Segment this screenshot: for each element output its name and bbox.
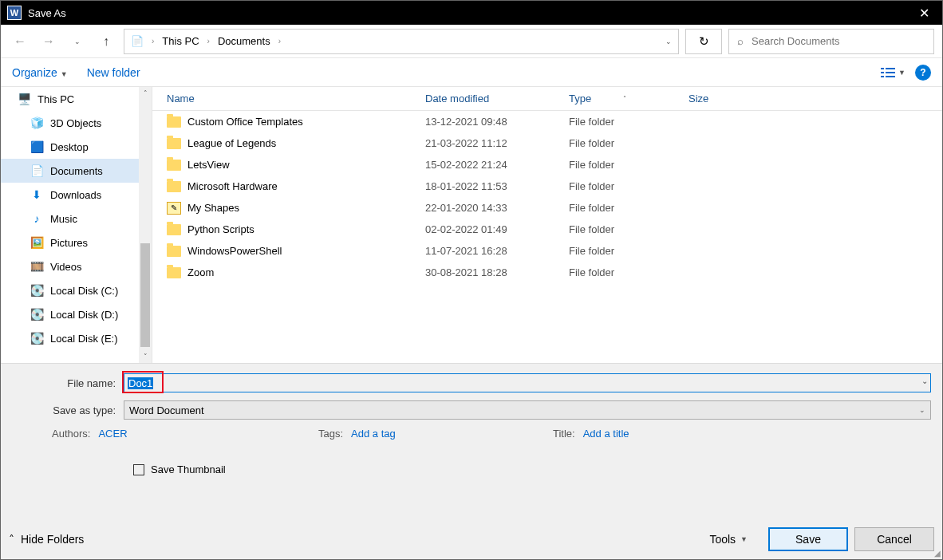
- address-dropdown-icon[interactable]: ⌄: [665, 37, 672, 45]
- disk-icon: 💽: [30, 307, 44, 321]
- sidebar-item-music[interactable]: ♪Music: [1, 207, 140, 231]
- tags-label: Tags:: [318, 428, 343, 440]
- file-type: File folder: [569, 202, 689, 214]
- up-button[interactable]: ↑: [95, 30, 117, 53]
- address-bar[interactable]: 📄 › This PC › Documents › ⌄: [124, 29, 679, 54]
- file-date: 22-01-2020 14:33: [425, 202, 569, 214]
- new-folder-button[interactable]: New folder: [87, 66, 140, 79]
- forward-button[interactable]: →: [37, 30, 60, 53]
- scroll-down-icon[interactable]: ˅: [139, 350, 152, 363]
- scroll-thumb[interactable]: [140, 243, 150, 347]
- svg-rect-4: [881, 76, 884, 77]
- document-icon: 📄: [30, 164, 44, 178]
- filename-dropdown-icon[interactable]: ⌄: [921, 377, 928, 385]
- table-row[interactable]: Custom Office Templates13-12-2021 09:48F…: [152, 111, 942, 132]
- search-input[interactable]: [750, 34, 925, 48]
- save-thumbnail-checkbox[interactable]: [133, 464, 144, 475]
- file-name: Zoom: [187, 266, 214, 278]
- chevron-right-icon[interactable]: ›: [204, 37, 213, 45]
- scroll-up-icon[interactable]: ˄: [139, 87, 152, 100]
- organize-button[interactable]: Organize ▼: [12, 66, 68, 79]
- sidebar-item-this-pc[interactable]: 🖥️This PC: [1, 87, 140, 111]
- breadcrumb-documents[interactable]: Documents: [218, 35, 270, 47]
- table-row[interactable]: Microsoft Hardware18-01-2022 11:53File f…: [152, 175, 942, 197]
- save-type-label: Save as type:: [12, 404, 124, 416]
- sidebar-item-label: Pictures: [50, 237, 88, 249]
- sidebar-scrollbar[interactable]: ˄ ˅: [139, 87, 152, 363]
- cancel-button[interactable]: Cancel: [854, 527, 934, 551]
- sidebar-item-disk-d[interactable]: 💽Local Disk (D:): [1, 302, 140, 326]
- file-list: Name Date modified Type˄ Size Custom Off…: [152, 87, 942, 363]
- chevron-down-icon: ⌄: [919, 406, 925, 414]
- folder-icon: [167, 246, 181, 257]
- file-name: League of Legends: [187, 137, 276, 149]
- table-row[interactable]: League of Legends21-03-2022 11:12File fo…: [152, 132, 942, 154]
- sidebar-item-label: Videos: [50, 261, 82, 273]
- column-date[interactable]: Date modified: [425, 93, 569, 105]
- table-row[interactable]: LetsView15-02-2022 21:24File folder: [152, 154, 942, 175]
- tools-button[interactable]: Tools ▼: [709, 533, 748, 546]
- breadcrumb-this-pc[interactable]: This PC: [162, 35, 199, 47]
- pc-icon: 🖥️: [17, 92, 31, 106]
- sidebar: 🖥️This PC 🧊3D Objects 🟦Desktop 📄Document…: [1, 87, 152, 363]
- close-icon[interactable]: ✕: [913, 6, 936, 21]
- file-type: File folder: [569, 245, 689, 257]
- table-row[interactable]: Python Scripts02-02-2022 01:49File folde…: [152, 219, 942, 240]
- nav-row: ← → ⌄ ↑ 📄 › This PC › Documents › ⌄ ↻ ⌕: [1, 25, 942, 58]
- svg-rect-3: [886, 72, 895, 73]
- sidebar-item-videos[interactable]: 🎞️Videos: [1, 254, 140, 278]
- chevron-right-icon[interactable]: ›: [275, 37, 284, 45]
- sidebar-item-downloads[interactable]: ⬇Downloads: [1, 183, 140, 207]
- chevron-right-icon[interactable]: ›: [148, 37, 157, 45]
- refresh-button[interactable]: ↻: [685, 29, 722, 54]
- shapes-folder-icon: ✎: [167, 202, 181, 215]
- tags-value[interactable]: Add a tag: [351, 428, 396, 440]
- sidebar-item-desktop[interactable]: 🟦Desktop: [1, 135, 140, 159]
- sidebar-item-label: This PC: [37, 93, 74, 105]
- title-label: Title:: [553, 428, 575, 440]
- sidebar-item-documents[interactable]: 📄Documents: [1, 159, 140, 183]
- file-type: File folder: [569, 266, 689, 278]
- file-name: WindowsPowerShell: [187, 245, 282, 257]
- hide-folders-button[interactable]: ˄ Hide Folders: [9, 533, 84, 546]
- column-size[interactable]: Size: [689, 93, 752, 105]
- table-row[interactable]: Zoom30-08-2021 18:28File folder: [152, 262, 942, 283]
- chevron-down-icon: ▼: [740, 535, 748, 543]
- table-row[interactable]: WindowsPowerShell11-07-2021 16:28File fo…: [152, 240, 942, 262]
- sidebar-item-label: 3D Objects: [50, 117, 101, 129]
- file-name: My Shapes: [187, 202, 239, 214]
- chevron-up-icon: ˄: [9, 533, 14, 546]
- resize-grip[interactable]: ◢: [934, 549, 941, 558]
- search-box[interactable]: ⌕: [728, 29, 934, 54]
- title-value[interactable]: Add a title: [583, 428, 629, 440]
- sidebar-item-label: Music: [50, 213, 77, 225]
- table-row[interactable]: ✎My Shapes22-01-2020 14:33File folder: [152, 197, 942, 219]
- svg-rect-1: [886, 68, 895, 69]
- sidebar-item-label: Local Disk (E:): [50, 333, 118, 345]
- save-button[interactable]: Save: [768, 527, 848, 551]
- sidebar-item-3d-objects[interactable]: 🧊3D Objects: [1, 111, 140, 135]
- back-button[interactable]: ←: [9, 30, 31, 53]
- file-type: File folder: [569, 159, 689, 171]
- column-name[interactable]: Name: [167, 93, 425, 105]
- file-name: Microsoft Hardware: [187, 180, 278, 192]
- sidebar-item-disk-c[interactable]: 💽Local Disk (C:): [1, 278, 140, 302]
- doc-icon: 📄: [131, 35, 144, 47]
- save-type-select[interactable]: Word Document ⌄: [124, 400, 931, 420]
- help-button[interactable]: ?: [915, 65, 931, 81]
- search-icon: ⌕: [737, 35, 744, 47]
- recent-locations-button[interactable]: ⌄: [66, 30, 89, 53]
- save-thumbnail-label[interactable]: Save Thumbnail: [151, 463, 226, 475]
- column-type[interactable]: Type˄: [569, 93, 689, 105]
- file-name: Custom Office Templates: [187, 116, 303, 128]
- toolbar: Organize ▼ New folder ▼ ?: [1, 58, 942, 87]
- sidebar-item-pictures[interactable]: 🖼️Pictures: [1, 231, 140, 254]
- folder-icon: [167, 267, 181, 278]
- filename-input[interactable]: Doc1: [124, 373, 931, 392]
- sidebar-item-disk-e[interactable]: 💽Local Disk (E:): [1, 326, 140, 350]
- authors-value[interactable]: ACER: [98, 428, 127, 440]
- folder-icon: [167, 160, 181, 171]
- view-options-button[interactable]: ▼: [881, 67, 906, 78]
- sort-indicator-icon: ˄: [623, 95, 626, 102]
- file-date: 15-02-2022 21:24: [425, 159, 569, 171]
